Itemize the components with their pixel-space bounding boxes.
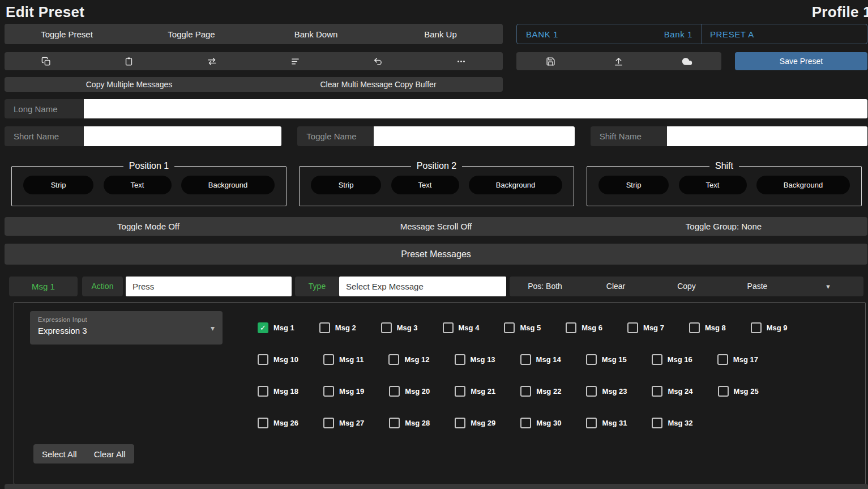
- checkbox-unchecked-icon[interactable]: [389, 418, 400, 428]
- clear-message-button[interactable]: Clear: [580, 277, 651, 296]
- checkbox-msg-10[interactable]: Msg 10: [258, 354, 298, 365]
- checkbox-msg-27[interactable]: Msg 27: [323, 418, 364, 428]
- checkbox-msg-25[interactable]: Msg 25: [718, 386, 759, 397]
- reorder-button[interactable]: [254, 52, 337, 70]
- checkbox-unchecked-icon[interactable]: [504, 322, 515, 333]
- select-all-button[interactable]: Select All: [33, 444, 85, 464]
- checkbox-msg-3[interactable]: Msg 3: [381, 322, 418, 333]
- upload-button[interactable]: [585, 52, 653, 70]
- checkbox-msg-21[interactable]: Msg 21: [455, 386, 495, 397]
- toggle-name-input[interactable]: [374, 126, 574, 146]
- copy-multiple-messages-button[interactable]: Copy Multiple Messages: [5, 77, 254, 92]
- checkbox-unchecked-icon[interactable]: [520, 418, 531, 428]
- checkbox-msg-12[interactable]: Msg 12: [388, 354, 429, 365]
- checkbox-msg-18[interactable]: Msg 18: [258, 386, 298, 397]
- checkbox-unchecked-icon[interactable]: [258, 418, 268, 428]
- clear-all-button[interactable]: Clear All: [85, 444, 134, 464]
- checkbox-msg-32[interactable]: Msg 32: [652, 418, 692, 428]
- checkbox-unchecked-icon[interactable]: [388, 354, 399, 365]
- checkbox-msg-29[interactable]: Msg 29: [455, 418, 495, 428]
- toggle-preset-button[interactable]: Toggle Preset: [5, 24, 129, 44]
- checkbox-unchecked-icon[interactable]: [586, 354, 597, 365]
- short-name-input[interactable]: [84, 126, 281, 146]
- checkbox-msg-13[interactable]: Msg 13: [455, 354, 495, 365]
- toggle-page-button[interactable]: Toggle Page: [129, 24, 254, 44]
- checkbox-unchecked-icon[interactable]: [455, 418, 465, 428]
- checkbox-msg-5[interactable]: Msg 5: [504, 322, 541, 333]
- undo-button[interactable]: [337, 52, 420, 70]
- checkbox-unchecked-icon[interactable]: [652, 418, 662, 428]
- message-menu-dropdown[interactable]: ▾: [793, 277, 863, 296]
- checkbox-msg-11[interactable]: Msg 11: [323, 354, 364, 365]
- checkbox-unchecked-icon[interactable]: [586, 386, 597, 397]
- checkbox-unchecked-icon[interactable]: [627, 322, 638, 333]
- shift-strip-button[interactable]: Strip: [598, 176, 669, 194]
- position2-text-button[interactable]: Text: [391, 176, 459, 194]
- checkbox-unchecked-icon[interactable]: [455, 386, 465, 397]
- position2-background-button[interactable]: Background: [469, 176, 562, 194]
- bank-up-button[interactable]: Bank Up: [378, 24, 503, 44]
- checkbox-msg-23[interactable]: Msg 23: [586, 386, 627, 397]
- checkbox-msg-15[interactable]: Msg 15: [586, 354, 627, 365]
- checkbox-msg-26[interactable]: Msg 26: [258, 418, 298, 428]
- toggle-mode-button[interactable]: Toggle Mode Off: [5, 217, 292, 236]
- position1-background-button[interactable]: Background: [181, 176, 275, 194]
- checkbox-unchecked-icon[interactable]: [718, 386, 729, 397]
- checkbox-unchecked-icon[interactable]: [389, 386, 400, 397]
- checkbox-msg-14[interactable]: Msg 14: [520, 354, 561, 365]
- checkbox-unchecked-icon[interactable]: [520, 386, 531, 397]
- bank-down-button[interactable]: Bank Down: [254, 24, 378, 44]
- shift-background-button[interactable]: Background: [756, 176, 850, 194]
- checkbox-unchecked-icon[interactable]: [258, 386, 268, 397]
- checkbox-msg-4[interactable]: Msg 4: [443, 322, 480, 333]
- checkbox-unchecked-icon[interactable]: [323, 354, 334, 365]
- copy-button[interactable]: [5, 52, 88, 70]
- checkbox-msg-28[interactable]: Msg 28: [389, 418, 430, 428]
- paste-button[interactable]: [88, 52, 171, 70]
- position1-text-button[interactable]: Text: [104, 176, 172, 194]
- pos-both-button[interactable]: Pos: Both: [510, 277, 580, 296]
- checkbox-unchecked-icon[interactable]: [566, 322, 576, 333]
- checkbox-msg-9[interactable]: Msg 9: [751, 322, 788, 333]
- paste-message-button[interactable]: Paste: [722, 277, 793, 296]
- checkbox-unchecked-icon[interactable]: [323, 418, 334, 428]
- checkbox-unchecked-icon[interactable]: [652, 354, 662, 365]
- checkbox-checked-icon[interactable]: ✓: [258, 322, 268, 333]
- checkbox-msg-19[interactable]: Msg 19: [323, 386, 364, 397]
- message-scroll-button[interactable]: Message Scroll Off: [292, 217, 580, 236]
- checkbox-msg-16[interactable]: Msg 16: [652, 354, 692, 365]
- save-preset-button[interactable]: Save Preset: [735, 52, 867, 70]
- checkbox-msg-22[interactable]: Msg 22: [520, 386, 561, 397]
- save-button[interactable]: [516, 52, 585, 70]
- toggle-group-button[interactable]: Toggle Group: None: [580, 217, 867, 236]
- checkbox-unchecked-icon[interactable]: [258, 354, 268, 365]
- swap-button[interactable]: [170, 52, 254, 70]
- checkbox-msg-24[interactable]: Msg 24: [652, 386, 692, 397]
- position1-strip-button[interactable]: Strip: [23, 176, 93, 194]
- position2-strip-button[interactable]: Strip: [311, 176, 381, 194]
- more-button[interactable]: [420, 52, 503, 70]
- copy-message-button[interactable]: Copy: [651, 277, 722, 296]
- shift-text-button[interactable]: Text: [679, 176, 747, 194]
- clear-copy-buffer-button[interactable]: Clear Multi Message Copy Buffer: [254, 77, 503, 92]
- cloud-button[interactable]: [653, 52, 721, 70]
- checkbox-msg-30[interactable]: Msg 30: [520, 418, 561, 428]
- checkbox-msg-31[interactable]: Msg 31: [586, 418, 627, 428]
- action-select-input[interactable]: [126, 277, 292, 296]
- msg-1-tab[interactable]: Msg 1: [9, 277, 78, 296]
- long-name-input[interactable]: [84, 99, 867, 118]
- checkbox-msg-8[interactable]: Msg 8: [689, 322, 726, 333]
- checkbox-unchecked-icon[interactable]: [319, 322, 330, 333]
- preset-name-label[interactable]: PRESET A: [702, 24, 867, 44]
- checkbox-unchecked-icon[interactable]: [323, 386, 334, 397]
- checkbox-msg-2[interactable]: Msg 2: [319, 322, 356, 333]
- checkbox-unchecked-icon[interactable]: [751, 322, 762, 333]
- bank-number-label[interactable]: BANK 1: [526, 29, 558, 39]
- checkbox-msg-17[interactable]: Msg 17: [717, 354, 758, 365]
- bank-name-label[interactable]: Bank 1: [664, 29, 692, 39]
- checkbox-unchecked-icon[interactable]: [443, 322, 454, 333]
- checkbox-unchecked-icon[interactable]: [689, 322, 700, 333]
- checkbox-msg-6[interactable]: Msg 6: [566, 322, 602, 333]
- checkbox-unchecked-icon[interactable]: [520, 354, 531, 365]
- checkbox-msg-20[interactable]: Msg 20: [389, 386, 430, 397]
